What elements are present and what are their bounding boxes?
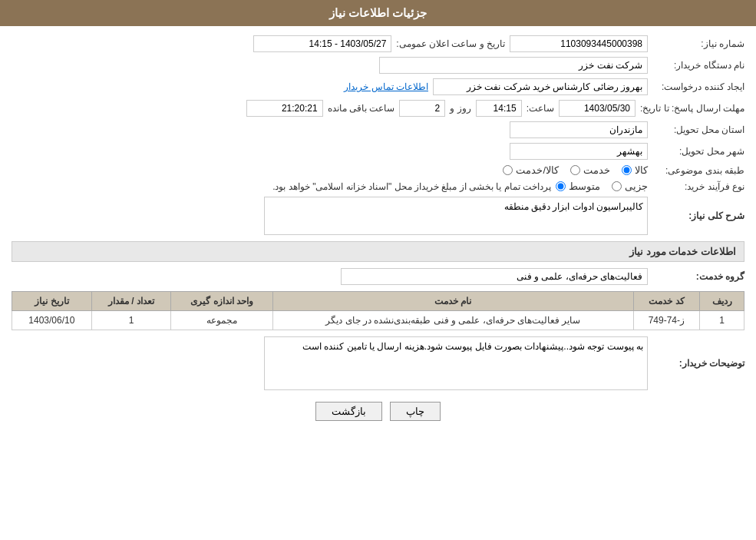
province-input[interactable] — [510, 121, 648, 138]
process-radio-group: جزیی متوسط — [556, 181, 648, 192]
category-kala-option[interactable]: کالا — [622, 164, 648, 176]
buyer-notes-textarea[interactable]: به پیوست توجه شود..پیشنهادات بصورت فایل … — [264, 336, 648, 390]
need-number-label: شماره نیاز: — [652, 38, 744, 49]
need-number-row: شماره نیاز: تاریخ و ساعت اعلان عمومی: — [12, 35, 744, 52]
creator-input[interactable] — [433, 78, 648, 95]
category-radio-group: کالا خدمت کالا/خدمت — [503, 164, 648, 176]
deadline-time-input[interactable] — [476, 100, 522, 117]
city-label: شهر محل تحویل: — [652, 146, 744, 157]
deadline-label: مهلت ارسال پاسخ: تا تاریخ: — [640, 103, 744, 114]
category-both-option[interactable]: کالا/خدمت — [503, 164, 559, 176]
contact-link[interactable]: اطلاعات تماس خریدار — [344, 81, 428, 92]
requester-name-label: نام دستگاه خریدار: — [652, 60, 744, 71]
col-unit: واحد اندازه گیری — [171, 292, 273, 311]
requester-name-row: نام دستگاه خریدار: — [12, 57, 744, 74]
requester-name-input[interactable] — [379, 57, 648, 74]
process-note: پرداخت تمام یا بخشی از مبلغ خریداز محل "… — [272, 181, 551, 192]
page-title: جزئیات اطلاعات نیاز — [329, 6, 427, 19]
process-row: نوع فرآیند خرید: جزیی متوسط پرداخت تمام … — [12, 181, 744, 192]
time-label: ساعت: — [527, 103, 554, 114]
category-label: طبقه بندی موضوعی: — [652, 165, 744, 176]
page-header: جزئیات اطلاعات نیاز — [0, 0, 756, 26]
col-row: ردیف — [700, 292, 744, 311]
button-row: چاپ بازگشت — [12, 402, 744, 432]
table-row: 1 ز-74-749 سایر فعالیت‌های حرفه‌ای، علمی… — [12, 311, 744, 330]
province-row: استان محل تحویل: — [12, 121, 744, 138]
service-group-input[interactable] — [341, 268, 648, 285]
remaining-time-input[interactable] — [246, 100, 323, 117]
cell-row: 1 — [700, 311, 744, 330]
announce-date-label: تاریخ و ساعت اعلان عمومی: — [396, 38, 505, 49]
services-section-title: اطلاعات خدمات مورد نیاز — [12, 241, 744, 262]
deadline-date-input[interactable] — [559, 100, 636, 117]
service-group-row: گروه خدمت: — [12, 268, 744, 285]
col-name: نام خدمت — [273, 292, 634, 311]
services-table: ردیف کد خدمت نام خدمت واحد اندازه گیری ت… — [12, 291, 744, 330]
need-description-textarea[interactable]: کالیبراسیون ادوات ابزار دقیق منطقه — [264, 197, 648, 235]
creator-label: ایجاد کننده درخواست: — [652, 81, 744, 92]
back-button[interactable]: بازگشت — [315, 402, 382, 421]
city-row: شهر محل تحویل: — [12, 143, 744, 160]
days-label: روز و — [450, 103, 470, 114]
days-input[interactable] — [399, 100, 445, 117]
col-code: کد خدمت — [633, 292, 700, 311]
col-count: تعداد / مقدار — [91, 292, 171, 311]
category-khedmat-option[interactable]: خدمت — [570, 164, 610, 176]
process-label: نوع فرآیند خرید: — [652, 181, 744, 192]
deadline-row: مهلت ارسال پاسخ: تا تاریخ: ساعت: روز و س… — [12, 100, 744, 117]
announce-date-input[interactable] — [253, 35, 391, 52]
process-motavaset-option[interactable]: متوسط — [556, 181, 600, 192]
category-row: طبقه بندی موضوعی: کالا خدمت کالا/خدمت — [12, 164, 744, 176]
cell-code: ز-74-749 — [633, 311, 700, 330]
city-input[interactable] — [510, 143, 648, 160]
need-number-input[interactable] — [510, 35, 648, 52]
cell-count: 1 — [91, 311, 171, 330]
cell-name: سایر فعالیت‌های حرفه‌ای، علمی و فنی طبقه… — [273, 311, 634, 330]
buyer-notes-row: توضیحات خریدار: به پیوست توجه شود..پیشنه… — [12, 336, 744, 390]
services-table-section: ردیف کد خدمت نام خدمت واحد اندازه گیری ت… — [12, 291, 744, 330]
print-button[interactable]: چاپ — [390, 402, 441, 421]
cell-unit: مجموعه — [171, 311, 273, 330]
remaining-label: ساعت باقی مانده — [328, 103, 395, 114]
cell-date: 1403/06/10 — [12, 311, 92, 330]
buyer-notes-label: توضیحات خریدار: — [652, 358, 744, 369]
province-label: استان محل تحویل: — [652, 124, 744, 135]
creator-row: ایجاد کننده درخواست: اطلاعات تماس خریدار — [12, 78, 744, 95]
col-date: تاریخ نیاز — [12, 292, 92, 311]
need-description-row: شرح کلی نیاز: کالیبراسیون ادوات ابزار دق… — [12, 197, 744, 235]
need-description-label: شرح کلی نیاز: — [652, 210, 744, 221]
service-group-label: گروه خدمت: — [652, 271, 744, 282]
process-jozii-option[interactable]: جزیی — [612, 181, 648, 192]
